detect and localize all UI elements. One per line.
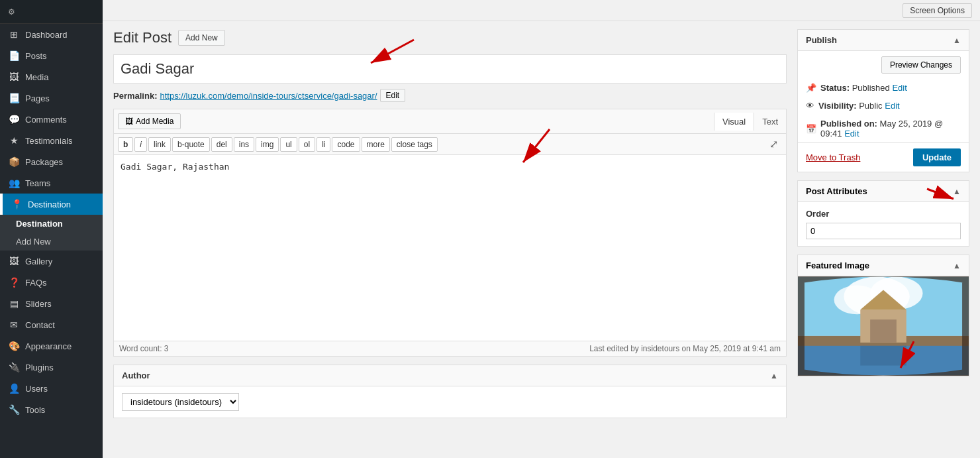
featured-image-title: Featured Image <box>806 260 869 270</box>
sidebar-item-testimonials[interactable]: ★ Testimonials <box>0 130 103 151</box>
sidebar-item-destination[interactable]: 📍 Destination <box>0 194 103 215</box>
sidebar: ⚙ ⊞ Dashboard 📄 Posts 🖼 Media 📃 Pages 💬 … <box>0 0 103 458</box>
sidebar-item-label: Testimonials <box>25 136 73 146</box>
sidebar-item-label: Appearance <box>25 341 72 351</box>
link-button[interactable]: link <box>148 137 171 152</box>
code-button[interactable]: code <box>332 137 360 152</box>
published-label: Published on: <box>820 119 877 129</box>
word-count: Word count: 3 <box>119 344 169 353</box>
move-to-trash-link[interactable]: Move to Trash <box>806 152 860 162</box>
editor-column: Edit Post Add New Permalink: https://luz… <box>113 29 787 450</box>
add-new-button[interactable]: Add New <box>178 30 225 46</box>
ins-button[interactable]: ins <box>234 137 254 152</box>
published-edit-link[interactable]: Edit <box>844 129 859 139</box>
svg-rect-8 <box>870 319 897 343</box>
tab-visual[interactable]: Visual <box>714 113 754 131</box>
permalink-link[interactable]: https://luzuk.com/demo/inside-tours/ctse… <box>160 91 377 101</box>
sidebar-item-plugins[interactable]: 🔌 Plugins <box>0 357 103 378</box>
author-meta-box-header[interactable]: Author ▲ <box>114 365 786 386</box>
img-button[interactable]: img <box>256 137 279 152</box>
media-icon: 🖼 <box>8 72 20 82</box>
post-title-input[interactable] <box>113 54 787 84</box>
last-edited: Last edited by insidetours on May 25, 20… <box>589 344 781 353</box>
visibility-eye-icon: 👁 <box>806 101 814 111</box>
post-attributes-title: Post Attributes <box>806 186 867 196</box>
publish-footer: Move to Trash Update <box>798 143 969 172</box>
add-media-icon: 🖼 <box>125 117 133 126</box>
destination-icon: 📍 <box>11 199 23 209</box>
visibility-label: Visibility: <box>818 101 857 111</box>
preview-changes-button[interactable]: Preview Changes <box>881 56 961 74</box>
collapse-author-icon[interactable]: ▲ <box>770 371 778 380</box>
sidebar-item-packages[interactable]: 📦 Packages <box>0 151 103 172</box>
sidebar-item-appearance[interactable]: 🎨 Appearance <box>0 335 103 357</box>
editor-top-bar: 🖼 Add Media Visual Text <box>114 109 786 134</box>
del-button[interactable]: del <box>211 137 232 152</box>
add-media-button[interactable]: 🖼 Add Media <box>118 113 181 129</box>
sidebar-item-tools[interactable]: 🔧 Tools <box>0 399 103 420</box>
author-select[interactable]: insidetours (insidetours) <box>122 393 239 411</box>
plugins-icon: 🔌 <box>8 362 20 372</box>
sidebar-item-contact[interactable]: ✉ Contact <box>0 314 103 335</box>
sidebar-logo: ⚙ <box>0 0 103 24</box>
featured-image-box: Featured Image ▲ <box>797 255 969 376</box>
order-input[interactable] <box>806 223 961 239</box>
sidebar-item-sliders[interactable]: ▤ Sliders <box>0 293 103 314</box>
sidebar-item-posts[interactable]: 📄 Posts <box>0 45 103 66</box>
sidebar-subitem-destination[interactable]: Destination <box>0 215 103 233</box>
editor-content[interactable]: Gadi Sagar, Rajasthan <box>114 155 786 341</box>
sidebar-item-users[interactable]: 👤 Users <box>0 378 103 399</box>
close-tags-button[interactable]: close tags <box>391 137 438 152</box>
publish-box-header: Publish ▲ <box>798 30 969 51</box>
permalink-label: Permalink: <box>113 91 157 101</box>
sidebar-item-teams[interactable]: 👥 Teams <box>0 172 103 194</box>
collapse-attributes-icon[interactable]: ▲ <box>953 187 961 196</box>
gallery-icon: 🖼 <box>8 256 20 266</box>
tab-text[interactable]: Text <box>754 113 786 131</box>
update-button[interactable]: Update <box>913 148 961 166</box>
screen-options-button[interactable]: Screen Options <box>903 3 972 18</box>
appearance-icon: 🎨 <box>8 341 20 351</box>
featured-image-preview[interactable] <box>798 276 969 376</box>
collapse-publish-icon[interactable]: ▲ <box>953 36 961 45</box>
sidebar-subitem-add-new[interactable]: Add New <box>0 233 103 251</box>
italic-button[interactable]: i <box>134 137 147 152</box>
li-button[interactable]: li <box>317 137 330 152</box>
sidebar-item-faqs[interactable]: ❓ FAQs <box>0 272 103 293</box>
sidebar-item-comments[interactable]: 💬 Comments <box>0 109 103 130</box>
author-meta-box-body: insidetours (insidetours) <box>114 386 786 418</box>
subitem-label: Destination <box>16 219 63 229</box>
bold-button[interactable]: b <box>118 137 133 152</box>
collapse-featured-icon[interactable]: ▲ <box>953 261 961 270</box>
expand-icon[interactable]: ⤢ <box>765 137 782 152</box>
visibility-edit-link[interactable]: Edit <box>885 101 899 111</box>
featured-image-header[interactable]: Featured Image ▲ <box>798 255 969 276</box>
format-toolbar: b i link b-quote del ins img ul ol li co… <box>114 134 786 155</box>
sidebar-item-label: Teams <box>25 178 50 188</box>
sidebar-item-dashboard[interactable]: ⊞ Dashboard <box>0 24 103 45</box>
more-button[interactable]: more <box>362 137 390 152</box>
status-pin-icon: 📌 <box>806 83 816 93</box>
post-attributes-header[interactable]: Post Attributes ▲ <box>798 181 969 202</box>
comments-icon: 💬 <box>8 114 20 125</box>
sidebar-item-label: Posts <box>25 51 47 61</box>
sidebar-item-gallery[interactable]: 🖼 Gallery <box>0 251 103 272</box>
permalink-row: Permalink: https://luzuk.com/demo/inside… <box>113 89 787 102</box>
order-label: Order <box>806 209 961 219</box>
publish-box: Publish ▲ Preview Changes 📌 Status: Publ… <box>797 29 969 172</box>
featured-image-body <box>798 276 969 376</box>
publish-title: Publish <box>806 35 837 45</box>
ul-button[interactable]: ul <box>280 137 297 152</box>
bquote-button[interactable]: b-quote <box>172 137 210 152</box>
ol-button[interactable]: ol <box>299 137 315 152</box>
sidebar-item-label: Comments <box>25 115 67 125</box>
author-meta-box: Author ▲ insidetours (insidetours) <box>113 365 787 418</box>
sidebar-item-label: Tools <box>25 405 45 415</box>
sidebar-item-media[interactable]: 🖼 Media <box>0 66 103 87</box>
teams-icon: 👥 <box>8 178 20 188</box>
editor-wrap: 🖼 Add Media Visual Text b i link b-quote… <box>113 109 787 357</box>
status-edit-link[interactable]: Edit <box>892 83 906 93</box>
sidebar-item-pages[interactable]: 📃 Pages <box>0 87 103 109</box>
permalink-edit-button[interactable]: Edit <box>380 89 406 102</box>
sidebar-item-label: Plugins <box>25 363 54 372</box>
